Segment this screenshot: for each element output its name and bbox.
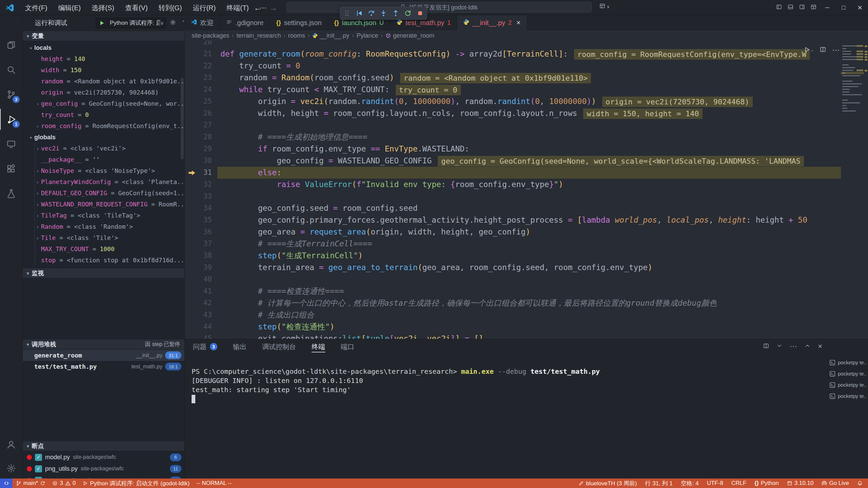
section-header-watch[interactable]: ▾监视 (23, 268, 185, 278)
status-item-go-live[interactable]: Go Live (822, 480, 849, 487)
back-icon[interactable]: ← (254, 3, 262, 13)
tab-.gdignore[interactable]: .gdignore (220, 15, 270, 30)
variables-scrollbar[interactable] (181, 78, 184, 159)
code-line-28[interactable]: 28 # ====生成初始地理信息==== (185, 131, 868, 143)
terminal-output[interactable]: PS C:\computer_science\godot-ldtk\site-p… (192, 358, 822, 473)
menu-item[interactable]: 终端(T) (221, 2, 254, 14)
tab--[interactable]: 欢迎 (185, 15, 220, 30)
variable-row[interactable]: ›geo_config = GeoConfig(seed=None, wor..… (23, 98, 185, 109)
open-remote-window-button[interactable]: ∨ (599, 3, 610, 10)
code-line-22[interactable]: 22 try_count = 0 (185, 60, 868, 72)
code-line-39[interactable]: 39 terrain_area = geo_area_to_terrain(ge… (185, 262, 868, 273)
status-item-gitlens-blame[interactable]: blueloveTH (3 周前) (578, 480, 637, 487)
status-item-branch[interactable]: main* (16, 480, 45, 487)
line-number[interactable]: 30 (185, 155, 212, 167)
code-line-26[interactable]: 26 width, height = room_config.layout.n_… (185, 107, 868, 119)
debug-settings-gear-icon[interactable] (170, 19, 176, 27)
close-window-button[interactable]: ✕ (852, 0, 868, 15)
panel-more-actions-icon[interactable]: ⋯ (790, 342, 797, 351)
variable-row[interactable]: ›WASTELAND_ROOM_REQUEST_CONFIG = RoomR..… (23, 199, 185, 210)
menu-item[interactable]: 转到(G) (153, 2, 188, 14)
menu-item[interactable]: 查看(V) (120, 2, 153, 14)
status-item-debug-session[interactable]: Python 调试程序: 启动文件 (godot-ldtk) (82, 480, 190, 487)
code-line-44[interactable]: 44 step("检查连通性") (185, 321, 868, 333)
variable-row[interactable]: MAX_TRY_COUNT = 1000 (23, 243, 185, 255)
code-line-43[interactable]: 43 # 生成出口组合 (185, 309, 868, 321)
menu-item[interactable]: 编辑(E) (53, 2, 86, 14)
code-line-23[interactable]: 23 random = Random(room_config.seed)rand… (185, 72, 868, 84)
activity-item-search[interactable] (0, 59, 22, 80)
code-line-27[interactable]: 27 (185, 119, 868, 131)
remote-indicator[interactable] (0, 479, 13, 488)
menu-item[interactable]: 文件(F) (20, 2, 53, 14)
status-item-cursor-position[interactable]: 行 31, 列 1 (645, 480, 673, 487)
toggle-secondary-sidebar-icon[interactable] (796, 4, 808, 11)
maximize-button[interactable]: □ (835, 0, 852, 15)
breakpoint-row[interactable]: ✓model.pysite-packages\wfc6 (23, 451, 185, 463)
terminal-instance-item[interactable]: pocketpy te... (829, 368, 867, 379)
terminal-instance-item[interactable]: pocketpy te... (829, 357, 867, 368)
breakpoint-checkbox[interactable]: ✓ (35, 465, 42, 472)
activity-item-account[interactable] (0, 434, 22, 455)
line-number[interactable]: 20 (185, 41, 212, 48)
line-number[interactable]: 22 (185, 60, 212, 72)
code-line-42[interactable]: 42 # 计算每一个出口的中心，然后使用astar生成路径，确保每一个出口组合都… (185, 297, 868, 309)
tab-__init__.py[interactable]: __init__.py2✕ (457, 15, 527, 30)
line-number[interactable]: 21 (185, 48, 212, 60)
variable-row[interactable]: ›NoiseType = <class 'NoiseType'> (23, 165, 185, 176)
activity-item-testing[interactable] (0, 183, 22, 204)
variable-row[interactable]: ›TileTag = <class 'TileTag'> (23, 210, 185, 221)
breadcrumb-item[interactable]: generate_room (386, 32, 434, 39)
code-editor[interactable]: site-packages›terrain_research›rooms›__i… (185, 30, 868, 339)
line-number[interactable]: 33 (185, 190, 212, 202)
variable-row[interactable]: ›Random = <class 'Random'> (23, 221, 185, 232)
breakpoint-checkbox[interactable]: ✓ (35, 454, 42, 461)
customize-layout-icon[interactable] (808, 4, 819, 11)
variable-row[interactable]: stop = <function stop at 0x1bf8d716d... (23, 255, 185, 266)
line-number[interactable]: 36 (185, 226, 212, 238)
breakpoint-row[interactable]: ✓temp.pysite-packages1 (23, 474, 185, 479)
line-number[interactable]: 38 (185, 250, 212, 262)
code-line-32[interactable]: 32 raise ValueError(f"Invalid env type: … (185, 179, 868, 190)
start-debugging-icon[interactable] (96, 20, 108, 26)
code-line-45[interactable]: 45 exit_combinations:list[tuple[vec2i, v… (185, 333, 868, 339)
variable-row[interactable]: ›Tile = <class 'Tile'> (23, 232, 185, 243)
line-number[interactable]: 31 (185, 167, 212, 179)
variable-group[interactable]: ▾globals (23, 131, 185, 143)
line-number[interactable]: 42 (185, 297, 212, 309)
variable-group[interactable]: ▾locals (23, 42, 185, 53)
line-number[interactable]: 40 (185, 273, 212, 285)
code-line-35[interactable]: 35 geo_config.primary_forces.geothermal_… (185, 214, 868, 226)
step-over-button[interactable] (368, 10, 375, 17)
breadcrumb-item[interactable]: site-packages (192, 32, 229, 39)
section-header-breakpoints[interactable]: ▾断点 (23, 441, 185, 451)
activity-item-settings[interactable] (0, 458, 22, 479)
forward-icon[interactable]: → (269, 3, 277, 13)
line-number[interactable]: 28 (185, 131, 212, 143)
status-item-eol[interactable]: CRLF (731, 480, 746, 487)
breadcrumb-item[interactable]: Pylance (357, 32, 378, 39)
editor-more-actions-icon[interactable]: ⋯ (832, 46, 840, 55)
step-out-button[interactable] (392, 10, 399, 17)
variable-row[interactable]: ›PlanetaryWindConfig = <class 'Planeta..… (23, 176, 185, 187)
minimize-button[interactable]: ─ (819, 0, 835, 15)
status-item-encoding[interactable]: UTF-8 (707, 480, 723, 487)
variable-row[interactable]: try_count = 0 (23, 109, 185, 120)
step-into-button[interactable] (380, 10, 387, 17)
code-line-37[interactable]: 37 # ====生成TerrainCell==== (185, 238, 868, 250)
panel-tab-调试控制台[interactable]: 调试控制台 (262, 339, 296, 354)
activity-item-extensions[interactable] (0, 158, 22, 179)
activity-item-run-and-debug[interactable]: 1 (0, 109, 22, 130)
stack-frame[interactable]: generate_room__init__.py31:1 (23, 350, 185, 361)
status-item-notifications[interactable] (857, 481, 863, 486)
panel-tab-终端[interactable]: 终端 (312, 339, 325, 354)
activity-item-explorer[interactable] (0, 35, 22, 56)
code-line-40[interactable]: 40 (185, 273, 868, 285)
code-line-38[interactable]: 38 step("生成TerrainCell") (185, 250, 868, 262)
restart-button[interactable] (405, 10, 411, 17)
breakpoint-row[interactable]: ✓png_utils.pysite-packages\wfc11 (23, 463, 185, 474)
code-line-24[interactable]: 24 while try_count < MAX_TRY_COUNT:try_c… (185, 84, 868, 96)
variable-row[interactable]: origin = vec2i(7205730, 9024468) (23, 87, 185, 98)
variable-row[interactable]: ›vec2i = <class 'vec2i'> (23, 143, 185, 154)
debug-configuration-dropdown[interactable]: Python 调试程序: 启 ∨ (96, 18, 166, 28)
